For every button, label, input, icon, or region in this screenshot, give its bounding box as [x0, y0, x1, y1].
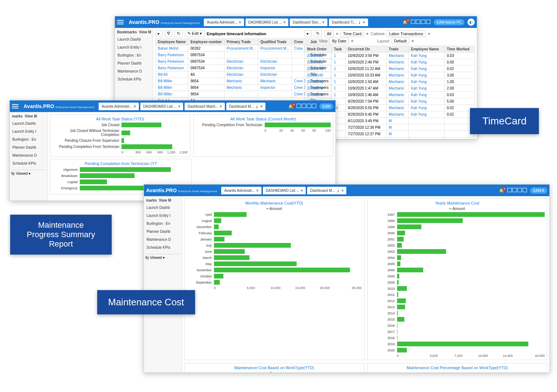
sidebar-item[interactable]: Schedule KPIs — [145, 244, 180, 252]
bar — [397, 323, 398, 328]
bar-label: 2010 — [370, 287, 397, 290]
nav-prev-button[interactable]: ▸ — [304, 30, 311, 37]
sidebar-item[interactable]: Launch Dashb — [116, 36, 151, 44]
bell-icon[interactable]: 🔔9 — [499, 188, 504, 193]
tab[interactable]: Dashboard Maint...× — [185, 103, 224, 110]
layout-icons[interactable] — [410, 20, 431, 25]
table-row[interactable]: 20000152110/9/2020 3:58 PMMechanicKah Yu… — [305, 53, 475, 59]
download-icon[interactable]: ⭳ — [358, 20, 362, 24]
bell-icon[interactable]: 🔔9 — [288, 104, 293, 109]
bar — [214, 255, 249, 260]
recently-viewed: tly Viewed ▾ — [11, 170, 46, 176]
column-header[interactable]: Employee Name — [409, 46, 445, 53]
sidebar-item[interactable]: Planner Dashb — [11, 144, 46, 152]
user-chip[interactable]: EAM Admin PC — [434, 19, 465, 25]
sidebar-item[interactable]: Burlington : En — [11, 136, 46, 144]
table-row[interactable]: 20000149110/9/2020 11:22 AMMechanicKah Y… — [305, 66, 475, 72]
column-header[interactable]: Time Worked — [445, 46, 475, 53]
close-icon[interactable]: × — [283, 20, 285, 24]
edit-button[interactable]: ✎ Edit ▾ — [185, 30, 205, 37]
chart-title: All Work Task Status (Current Month) — [196, 117, 331, 121]
sidebar-item[interactable]: Launch Entity I — [116, 44, 151, 51]
table-row[interactable]: 20000142110/9/2020 1:50 AMMechanicKah Yu… — [305, 79, 475, 85]
menu-icon[interactable] — [117, 18, 126, 26]
sidebar-item[interactable]: Burlington : En — [145, 220, 180, 228]
close-icon[interactable]: × — [256, 189, 259, 193]
sidebar-item[interactable]: Burlington : En — [116, 51, 151, 59]
column-header[interactable]: Qualified Trade — [258, 39, 292, 45]
table-row[interactable]: 20000079110/9/2020 1:47 AMMechanicKah Yu… — [305, 85, 475, 92]
chart-monthly-cost: AprilAugustDecemberFebruaryJanuaryJulyJu… — [187, 212, 362, 290]
layout-icons[interactable] — [507, 188, 527, 193]
close-icon[interactable]: × — [301, 189, 303, 193]
column-header[interactable]: Work Order — [305, 46, 331, 53]
sidebar-item[interactable]: Maintenance D — [145, 236, 180, 244]
close-icon[interactable]: × — [178, 104, 180, 108]
close-icon[interactable]: × — [260, 104, 263, 108]
bar-label: Job Closed Without Technician Completion — [53, 129, 121, 137]
filter-all[interactable]: All — [324, 30, 334, 37]
tab[interactable]: DASHBOARD List ...× — [246, 18, 289, 26]
table-row[interactable]: 20000078110/9/2020 1:46 AMMechanicKah Yu… — [305, 92, 475, 98]
filter-labor[interactable]: Labor Transactions — [387, 30, 426, 37]
refresh-icon[interactable]: ↻ — [174, 30, 183, 37]
tab[interactable]: DASHBOARD List ...× — [263, 187, 306, 194]
column-header[interactable]: Primary Trade — [224, 39, 258, 45]
column-header[interactable]: Employee Name — [156, 39, 188, 45]
close-icon[interactable]: × — [239, 20, 241, 24]
sidebar-item[interactable]: Launch Entity I — [145, 212, 180, 220]
close-icon[interactable]: × — [363, 20, 365, 24]
user-chip[interactable]: EAM A — [530, 187, 547, 194]
menu-icon[interactable] — [12, 102, 21, 111]
sidebar-item[interactable]: Planner Dashb — [116, 59, 151, 67]
sidebar-item[interactable]: Launch Dashb — [145, 204, 180, 212]
sidebar-item[interactable]: Launch Dashb — [11, 120, 46, 128]
column-header[interactable]: Trade — [387, 46, 409, 53]
download-icon[interactable]: ⭳ — [337, 189, 340, 193]
bar-label: Pending Completion From Technician — [196, 123, 265, 127]
close-icon[interactable]: × — [134, 104, 136, 108]
close-icon[interactable]: × — [342, 189, 344, 193]
tab[interactable]: Avantis Administr...× — [221, 187, 261, 194]
table-row[interactable]: 20000151110/9/2020 2:40 PMMechanicKah Yu… — [305, 59, 475, 66]
sidebar-item[interactable]: Schedule KPIs — [11, 160, 46, 168]
refresh-icon[interactable]: ↻ — [314, 30, 322, 37]
bell-icon[interactable]: 🔔9 — [403, 20, 408, 25]
bar — [214, 280, 220, 285]
filter-default[interactable]: Default — [392, 38, 409, 44]
sidebar-item[interactable]: Launch Entity I — [11, 128, 46, 136]
view-more-link[interactable]: View M — [139, 30, 151, 34]
view-more-link[interactable]: View M — [25, 114, 37, 118]
sidebar-item[interactable]: Maintenance D — [116, 67, 151, 75]
sidebar-item[interactable]: Schedule KPIs — [116, 75, 151, 83]
filter-timecard[interactable]: Time Card — [341, 30, 364, 37]
bar — [397, 317, 404, 322]
download-icon[interactable]: ⭳ — [255, 104, 259, 108]
bar-label: 2001 — [370, 238, 397, 241]
filter-bydate[interactable]: By Date — [330, 38, 349, 44]
bar — [214, 231, 232, 235]
user-chip[interactable]: EAM — [319, 103, 333, 110]
sidebar-item[interactable]: Maintenance D — [11, 152, 46, 160]
tab[interactable]: DASHBOARD List ...× — [140, 103, 183, 110]
bar-label: January — [187, 238, 214, 241]
sidebar-item[interactable]: Planner Dashb — [145, 228, 180, 236]
tab[interactable]: Avantis Administr...× — [204, 18, 244, 26]
avatar[interactable]: ◐ — [467, 18, 475, 26]
bar — [214, 237, 224, 242]
tab[interactable]: Dashboard M... ⭳× — [307, 187, 346, 194]
view-more-link[interactable]: View M — [159, 198, 171, 202]
nav-prev-button[interactable]: ▸ — [155, 30, 162, 37]
column-header[interactable]: Task — [331, 46, 345, 53]
close-icon[interactable]: × — [220, 104, 222, 108]
filter-icon[interactable]: ∇ — [165, 30, 172, 37]
close-icon[interactable]: × — [322, 20, 325, 24]
tab[interactable]: Avantis Administr...× — [99, 103, 139, 110]
column-header[interactable]: Occurred On — [346, 46, 387, 53]
table-row[interactable]: 20000148110/9/2020 10:33 AMMechanicKah Y… — [305, 72, 475, 79]
tab[interactable]: Dashboard Stor...× — [290, 18, 327, 26]
tab[interactable]: Dashboard M... ⭳× — [226, 103, 265, 110]
tab[interactable]: Dashboard Ti... ⭳× — [329, 18, 368, 26]
layout-icons[interactable] — [296, 104, 317, 109]
column-header[interactable]: Employee number — [188, 39, 224, 45]
